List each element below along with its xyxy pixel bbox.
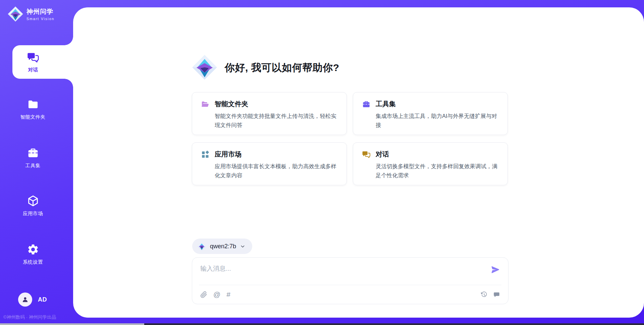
brand: 神州问学 Smart Vision bbox=[7, 6, 54, 22]
brand-logo-icon bbox=[7, 6, 23, 22]
folder-icon bbox=[27, 98, 39, 111]
model-selector[interactable]: qwen2:7b bbox=[192, 239, 252, 254]
sidebar-item-toolset[interactable]: 工具集 bbox=[0, 147, 66, 169]
card-title: 工具集 bbox=[376, 100, 396, 109]
feedback-bubble-icon[interactable] bbox=[493, 291, 500, 298]
sidebar-item-label: 工具集 bbox=[25, 162, 41, 169]
briefcase-icon bbox=[27, 147, 39, 159]
sidebar-item-label: 系统设置 bbox=[23, 259, 43, 265]
history-icon[interactable] bbox=[481, 291, 488, 298]
sidebar: 神州问学 Smart Vision 对话 智能文件夹 工具集 应用市场 系统设置 bbox=[0, 0, 73, 325]
user-initials: AD bbox=[38, 296, 47, 303]
hashtag-icon[interactable]: # bbox=[226, 291, 230, 298]
card-title: 应用市场 bbox=[215, 150, 241, 159]
chat-bubbles-icon bbox=[27, 51, 39, 64]
card-toolset[interactable]: 工具集 集成市场上主流工具，助力AI与外界无缝扩展与对接 bbox=[353, 92, 508, 135]
scrollbar-thumb[interactable] bbox=[0, 323, 144, 325]
card-app-market[interactable]: 应用市场 应用市场提供丰富长文本模板，助力高效生成多样化文章内容 bbox=[192, 142, 347, 185]
chevron-down-icon bbox=[240, 244, 246, 249]
greeting-title: 你好, 我可以如何帮助你? bbox=[225, 62, 339, 74]
model-name: qwen2:7b bbox=[210, 243, 236, 250]
brand-subtitle: Smart Vision bbox=[26, 17, 54, 21]
composer-divider bbox=[199, 285, 501, 285]
app-window: 神州问学 Smart Vision 对话 智能文件夹 工具集 应用市场 系统设置 bbox=[0, 0, 644, 325]
briefcase-icon bbox=[362, 100, 371, 109]
copyright-text: ©神州数码 · 神州问学出品 bbox=[3, 314, 56, 320]
message-composer: @ # bbox=[192, 257, 508, 304]
brand-name: 神州问学 bbox=[26, 7, 54, 16]
greeting-logo-icon bbox=[192, 54, 218, 80]
folder-open-icon bbox=[201, 100, 210, 109]
sidebar-item-smart-folder[interactable]: 智能文件夹 bbox=[0, 98, 66, 120]
send-icon[interactable] bbox=[491, 265, 500, 274]
person-icon bbox=[21, 296, 29, 304]
chat-bubbles-icon bbox=[362, 150, 371, 159]
card-description: 应用市场提供丰富长文本模板，助力高效生成多样化文章内容 bbox=[215, 162, 338, 180]
cube-icon bbox=[27, 195, 39, 207]
card-chat[interactable]: 对话 灵活切换多模型文件，支持多样回复效果调试，满足个性化需求 bbox=[353, 142, 508, 185]
card-title: 对话 bbox=[376, 150, 389, 159]
card-description: 智能文件夹功能支持批量文件上传与清洗，轻松实现文件问答 bbox=[215, 112, 338, 130]
avatar bbox=[18, 292, 32, 307]
composer-toolbar: @ # bbox=[200, 289, 500, 300]
sidebar-item-settings[interactable]: 系统设置 bbox=[0, 243, 66, 265]
card-description: 集成市场上主流工具，助力AI与外界无缝扩展与对接 bbox=[376, 112, 499, 130]
gear-icon bbox=[27, 243, 39, 256]
sidebar-item-chat[interactable]: 对话 bbox=[12, 45, 73, 79]
diamond-logo-icon bbox=[197, 242, 206, 251]
card-description: 灵活切换多模型文件，支持多样回复效果调试，满足个性化需求 bbox=[376, 162, 499, 180]
sidebar-item-app-market[interactable]: 应用市场 bbox=[0, 195, 66, 217]
feature-cards: 智能文件夹 智能文件夹功能支持批量文件上传与清洗，轻松实现文件问答 工具集 集成… bbox=[192, 92, 508, 185]
paperclip-icon[interactable] bbox=[200, 291, 207, 298]
grid-icon bbox=[201, 150, 210, 159]
user-profile[interactable]: AD bbox=[18, 292, 47, 307]
brand-text: 神州问学 Smart Vision bbox=[26, 7, 54, 21]
sidebar-item-label: 对话 bbox=[28, 67, 38, 73]
message-input[interactable] bbox=[200, 263, 481, 274]
main-panel: 你好, 我可以如何帮助你? 智能文件夹 智能文件夹功能支持批量文件上传与清洗，轻… bbox=[73, 7, 644, 318]
horizontal-scrollbar bbox=[0, 323, 644, 325]
sidebar-item-label: 智能文件夹 bbox=[20, 114, 46, 120]
card-smart-folder[interactable]: 智能文件夹 智能文件夹功能支持批量文件上传与清洗，轻松实现文件问答 bbox=[192, 92, 347, 135]
card-title: 智能文件夹 bbox=[215, 100, 248, 109]
sidebar-item-label: 应用市场 bbox=[23, 210, 43, 217]
mention-icon[interactable]: @ bbox=[213, 291, 220, 298]
